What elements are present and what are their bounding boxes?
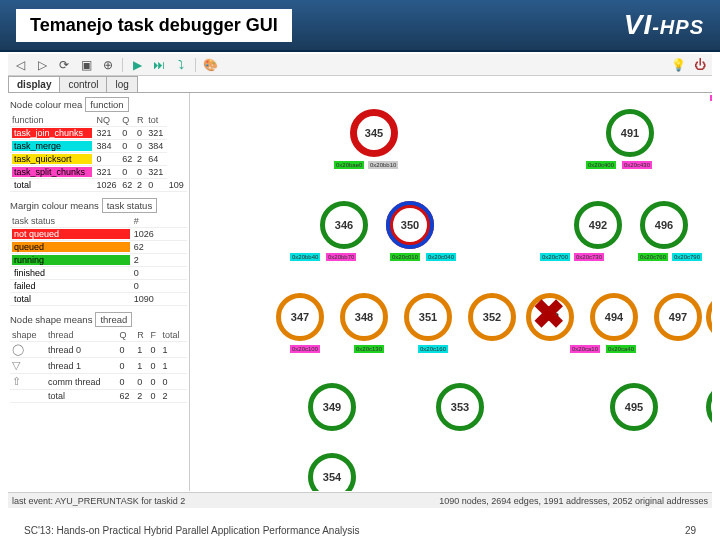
sidebar: Node colour mea function functionNQQRtot…: [8, 93, 190, 491]
address-label: 0x20ca10: [570, 345, 600, 353]
tab-control[interactable]: control: [59, 76, 107, 92]
table-row: ◯thread 00101: [10, 342, 187, 358]
tab-log[interactable]: log: [106, 76, 137, 92]
graph-canvas[interactable]: 0x20bad20 0x20bac50 34534635034734835135…: [190, 93, 712, 491]
task-node-353[interactable]: 353: [436, 383, 484, 431]
task-node-350[interactable]: 350: [386, 201, 434, 249]
address-label: 0x20bb10: [368, 161, 398, 169]
address-label: 0x20c130: [354, 345, 384, 353]
go-fwd-icon[interactable]: ▷: [34, 57, 50, 73]
step-icon[interactable]: ⏭: [151, 57, 167, 73]
bulb-icon[interactable]: 💡: [670, 57, 686, 73]
table-row: total1090: [10, 293, 187, 306]
task-node-349[interactable]: 349: [308, 383, 356, 431]
exit-icon[interactable]: ⏻: [692, 57, 708, 73]
table-row: queued62: [10, 241, 187, 254]
status-left: last event: AYU_PRERUNTASK for taskid 2: [12, 496, 185, 506]
address-label: 0x20bae0: [334, 161, 364, 169]
statusbar: last event: AYU_PRERUNTASK for taskid 2 …: [8, 492, 712, 508]
page-number: 29: [685, 525, 696, 536]
address-label: 0x20c160: [418, 345, 448, 353]
task-node-494[interactable]: 494: [590, 293, 638, 341]
task-node-49[interactable]: 49: [706, 293, 712, 341]
table-row: task_merge38400384: [10, 140, 187, 153]
task-node-496[interactable]: 496: [640, 201, 688, 249]
task-node-346[interactable]: 346: [320, 201, 368, 249]
task-node-347[interactable]: 347: [276, 293, 324, 341]
play-icon[interactable]: ▶: [129, 57, 145, 73]
table-row: failed0: [10, 280, 187, 293]
step-over-icon[interactable]: ⤵: [173, 57, 189, 73]
table-header: shapethreadQRFtotal: [10, 329, 187, 342]
task-node-345[interactable]: 345: [350, 109, 398, 157]
table-header: functionNQQRtot: [10, 114, 187, 127]
table-row: ⇧comm thread0000: [10, 374, 187, 390]
status-right: 1090 nodes, 2694 edges, 1991 addresses, …: [439, 496, 708, 506]
address-label: 0x20bb70: [326, 253, 356, 261]
node-colour-table: functionNQQRtot task_join_chunks32100321…: [10, 114, 187, 192]
task-node-354[interactable]: 354: [308, 453, 356, 491]
zoom-fit-icon[interactable]: ▣: [78, 57, 94, 73]
go-back-icon[interactable]: ◁: [12, 57, 28, 73]
main-row: Node colour mea function functionNQQRtot…: [8, 93, 712, 491]
app-window: ◁ ▷ ⟳ ▣ ⊕ ▶ ⏭ ⤵ 🎨 💡 ⏻ display control lo…: [8, 54, 712, 508]
slide-header: Temanejo task debugger GUI VI-HPS: [0, 0, 720, 52]
sidebar-tabs: display control log: [8, 76, 712, 93]
slide-footer: SC'13: Hands-on Practical Hybrid Paralle…: [0, 525, 720, 536]
refresh-icon[interactable]: ⟳: [56, 57, 72, 73]
task-node-497[interactable]: 497: [654, 293, 702, 341]
tab-display[interactable]: display: [8, 76, 60, 92]
task-node-493[interactable]: 493: [526, 293, 574, 341]
node-colour-label: Node colour mea function: [10, 97, 187, 112]
palette-icon[interactable]: 🎨: [202, 57, 218, 73]
table-row: ▽thread 10101: [10, 358, 187, 374]
margin-colour-table: task status# not queued1026queued62runni…: [10, 215, 187, 306]
node-colour-select[interactable]: function: [85, 97, 128, 112]
footer-text: SC'13: Hands-on Practical Hybrid Paralle…: [24, 525, 359, 536]
address-label: 0x20c730: [574, 253, 604, 261]
table-row: total10266220109: [10, 179, 187, 192]
table-header: task status#: [10, 215, 187, 228]
table-row: task_quicksort062264: [10, 153, 187, 166]
address-label: 0x20bb40: [290, 253, 320, 261]
address-label: 0x20c010: [390, 253, 420, 261]
table-row: finished0: [10, 267, 187, 280]
address-label: 0x20c700: [540, 253, 570, 261]
address-label: 0x20ca40: [606, 345, 636, 353]
address-label: 0x20c040: [426, 253, 456, 261]
slide-title: Temanejo task debugger GUI: [16, 9, 292, 42]
table-row: task_join_chunks32100321: [10, 127, 187, 140]
task-node-49[interactable]: 49: [706, 383, 712, 431]
table-row: total62202: [10, 390, 187, 403]
table-row: running2: [10, 254, 187, 267]
toolbar: ◁ ▷ ⟳ ▣ ⊕ ▶ ⏭ ⤵ 🎨 💡 ⏻: [8, 54, 712, 76]
margin-colour-select[interactable]: task status: [102, 198, 157, 213]
separator: [195, 58, 196, 72]
margin-colour-label: Margin colour means task status: [10, 198, 187, 213]
task-node-491[interactable]: 491: [606, 109, 654, 157]
zoom-in-icon[interactable]: ⊕: [100, 57, 116, 73]
address-label: 0x20c100: [290, 345, 320, 353]
address-label: 0x20c430: [622, 161, 652, 169]
task-node-495[interactable]: 495: [610, 383, 658, 431]
logo: VI-HPS: [624, 9, 704, 41]
task-node-492[interactable]: 492: [574, 201, 622, 249]
address-label: 0x20c760: [638, 253, 668, 261]
address-label: 0x20c400: [586, 161, 616, 169]
node-shape-table: shapethreadQRFtotal ◯thread 00101▽thread…: [10, 329, 187, 403]
task-node-352[interactable]: 352: [468, 293, 516, 341]
address-label: 0x20c790: [672, 253, 702, 261]
node-shape-select[interactable]: thread: [95, 312, 132, 327]
table-row: not queued1026: [10, 228, 187, 241]
table-row: task_split_chunks32100321: [10, 166, 187, 179]
separator: [122, 58, 123, 72]
task-node-348[interactable]: 348: [340, 293, 388, 341]
task-node-351[interactable]: 351: [404, 293, 452, 341]
node-shape-label: Node shape means thread: [10, 312, 187, 327]
